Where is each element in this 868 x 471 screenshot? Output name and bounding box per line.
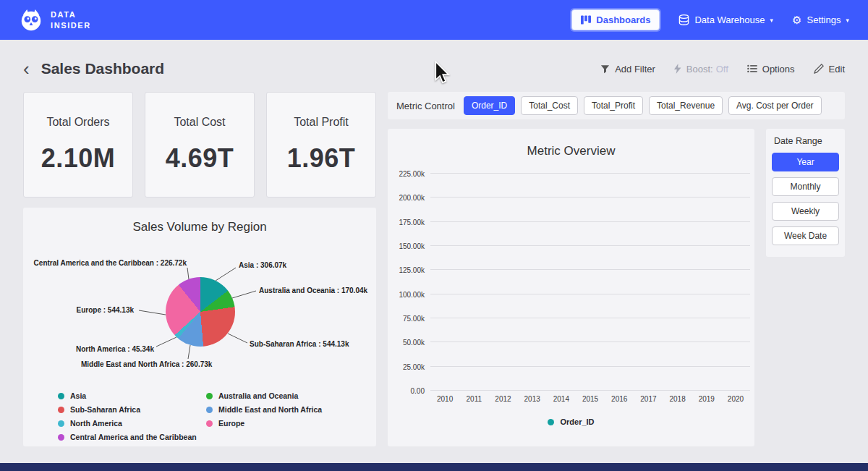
kpi-value: 2.10M: [41, 143, 116, 174]
options-label: Options: [762, 64, 795, 75]
legend-label: Europe: [218, 419, 244, 428]
right-column: Metric Control Order_ID Total_Cost Total…: [388, 92, 845, 446]
y-tick-label: 150.00k: [399, 242, 425, 250]
bar-legend-label: Order_ID: [560, 417, 594, 426]
top-navbar: DATA INSIDER Dashboards Data Warehouse ▾…: [0, 0, 868, 40]
data-warehouse-label: Data Warehouse: [694, 14, 765, 25]
navbar-menu: Dashboards Data Warehouse ▾ ⚙ Settings ▾: [571, 9, 849, 30]
y-tick-label: 175.00k: [399, 218, 425, 226]
brand-text: DATA INSIDER: [51, 9, 91, 30]
gear-icon: ⚙: [792, 14, 801, 25]
options-list-icon: [747, 64, 757, 73]
legend-item: Central America and the Caribbean: [58, 433, 206, 441]
boost-value: Off: [716, 64, 728, 75]
pie-slice-label-australia-oceania: Australia and Oceania : 170.04k: [259, 287, 367, 294]
brand-logo[interactable]: DATA INSIDER: [19, 8, 91, 33]
bar-chart-title: Metric Overview: [388, 129, 754, 158]
sales-volume-card: Sales Volume by Region Central America a…: [23, 208, 376, 446]
legend-label: Sub-Saharan Africa: [70, 405, 140, 414]
legend-item: Europe: [206, 419, 376, 428]
footer-bar: [0, 463, 868, 471]
metric-overview-card: Metric Overview 0.0025.00k50.00k75.00k10…: [388, 129, 754, 446]
date-range-panel: Date Range Year Monthly Weekly Week Date: [766, 129, 845, 257]
kpi-card-total-orders: Total Orders 2.10M: [23, 92, 133, 198]
x-tick-label: 2013: [518, 395, 547, 403]
owl-logo-icon: [19, 8, 43, 33]
kpi-label: Total Orders: [46, 116, 109, 129]
date-range-monthly-button[interactable]: Monthly: [772, 177, 839, 196]
pie-leader-lines: [23, 245, 376, 390]
metric-control-label: Metric Control: [396, 101, 455, 111]
kpi-label: Total Cost: [174, 116, 225, 129]
boost-toggle[interactable]: Boost: Off: [674, 64, 728, 75]
metric-avg-cost-per-order-button[interactable]: Avg. Cost per Order: [728, 96, 822, 115]
kpi-row: Total Orders 2.10M Total Cost 4.69T Tota…: [23, 92, 376, 198]
legend-item: North America: [58, 419, 206, 428]
date-range-week-date-button[interactable]: Week Date: [772, 226, 839, 245]
metric-total-cost-button[interactable]: Total_Cost: [521, 96, 578, 115]
pie-slice-label-sub-saharan-africa: Sub-Saharan Africa : 544.13k: [250, 340, 349, 348]
settings-menu[interactable]: ⚙ Settings ▾: [792, 14, 849, 25]
metric-total-profit-button[interactable]: Total_Profit: [584, 96, 643, 115]
brand-line1: DATA: [51, 9, 91, 20]
brand-line2: INSIDER: [51, 20, 91, 30]
y-tick-label: 125.00k: [399, 266, 425, 274]
bar-legend: Order_ID: [388, 417, 754, 426]
x-tick-label: 2016: [605, 395, 634, 403]
x-labels: 2010201120122013201420152016201720182019…: [430, 395, 750, 403]
header-actions: Add Filter Boost: Off Options Ed: [600, 64, 845, 75]
date-range-weekly-button[interactable]: Weekly: [772, 202, 839, 221]
legend-item: Middle East and North Africa: [206, 405, 376, 414]
x-tick-label: 2014: [547, 395, 576, 403]
kpi-label: Total Profit: [294, 116, 349, 129]
metric-total-revenue-button[interactable]: Total_Revenue: [649, 96, 723, 115]
y-tick-label: 25.00k: [403, 362, 425, 370]
date-range-label: Date Range: [774, 136, 839, 146]
pie-chart-area: Central America and the Caribbean : 226.…: [23, 245, 376, 390]
legend-color-dot: [58, 407, 64, 413]
kpi-value: 1.96T: [287, 143, 356, 174]
settings-label: Settings: [807, 14, 841, 25]
legend-color-dot: [58, 420, 64, 427]
legend-color-dot: [58, 393, 64, 399]
x-tick-label: 2011: [459, 395, 488, 403]
legend-color-dot: [206, 407, 213, 413]
x-tick-label: 2010: [430, 395, 459, 403]
edit-pencil-icon: [814, 64, 824, 74]
y-tick-label: 200.00k: [399, 194, 425, 202]
x-tick-label: 2018: [663, 395, 692, 403]
legend-label: Australia and Oceania: [218, 391, 298, 400]
kpi-value: 4.69T: [166, 143, 234, 174]
y-tick-label: 75.00k: [403, 315, 425, 323]
add-filter-label: Add Filter: [615, 64, 655, 75]
chevron-down-icon: ▾: [770, 17, 774, 24]
chevron-down-icon: ▾: [846, 17, 849, 24]
y-tick-label: 100.00k: [399, 290, 425, 298]
metric-order-id-button[interactable]: Order_ID: [464, 96, 515, 115]
options-button[interactable]: Options: [747, 64, 795, 75]
pie-chart-title: Sales Volume by Region: [23, 208, 376, 234]
bars: [430, 174, 750, 391]
dashboards-label: Dashboards: [596, 14, 650, 25]
edit-button[interactable]: Edit: [814, 64, 845, 75]
x-tick-label: 2019: [692, 395, 721, 403]
page-header: ‹ Sales Dashboard Add Filter Boost: Off: [0, 40, 868, 92]
bar-legend-dot: [548, 419, 554, 425]
x-tick-label: 2012: [488, 395, 517, 403]
legend-label: Middle East and North Africa: [218, 405, 322, 414]
data-warehouse-menu[interactable]: Data Warehouse ▾: [678, 14, 773, 25]
date-range-year-button[interactable]: Year: [772, 153, 839, 171]
dashboard-main: Total Orders 2.10M Total Cost 4.69T Tota…: [0, 92, 868, 446]
kpi-card-total-profit: Total Profit 1.96T: [266, 92, 376, 198]
dashboards-button[interactable]: Dashboards: [571, 9, 660, 30]
legend-color-dot: [206, 420, 213, 427]
back-button[interactable]: ‹: [23, 61, 30, 76]
boost-label: Boost:: [686, 64, 713, 75]
pie-slice-label-europe: Europe : 544.13k: [23, 306, 134, 314]
page-title: Sales Dashboard: [41, 60, 164, 77]
add-filter-button[interactable]: Add Filter: [600, 64, 655, 75]
legend-label: Asia: [70, 391, 86, 400]
right-row: Metric Overview 0.0025.00k50.00k75.00k10…: [388, 129, 845, 446]
legend-item: Australia and Oceania: [206, 391, 376, 400]
dashboards-grid-icon: [581, 15, 591, 25]
